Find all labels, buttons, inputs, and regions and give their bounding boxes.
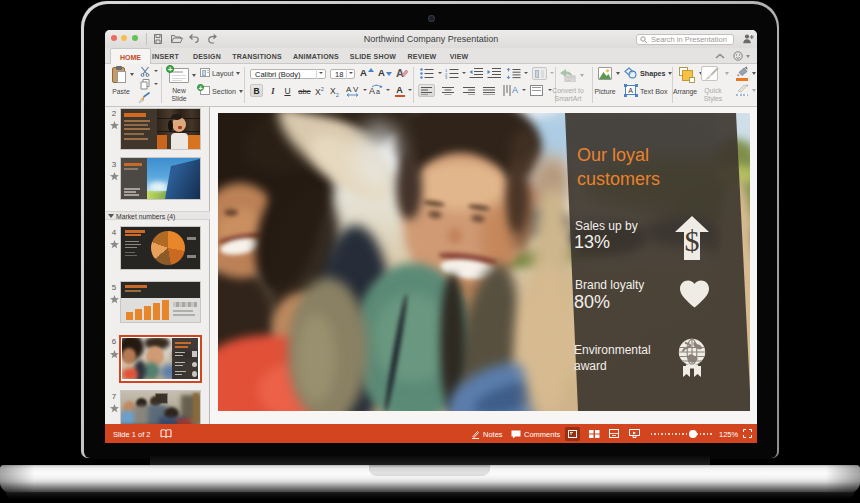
svg-text:A: A (346, 85, 352, 94)
svg-text:V: V (353, 85, 359, 94)
svg-text:3: 3 (445, 75, 448, 79)
svg-text:A: A (396, 67, 404, 79)
svg-text:$: $ (685, 224, 700, 257)
svg-text:A: A (369, 86, 375, 96)
svg-text:a: a (376, 88, 380, 95)
svg-text:A: A (512, 85, 518, 95)
